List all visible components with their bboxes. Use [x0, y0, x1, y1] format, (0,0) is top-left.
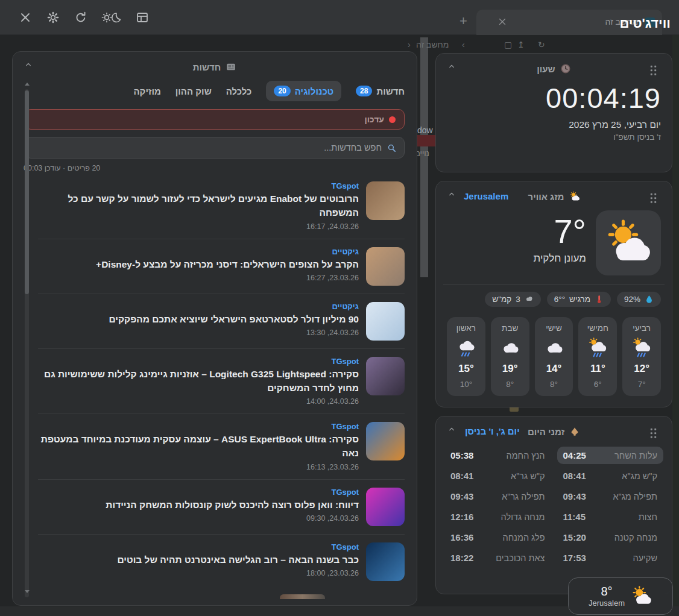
update-button[interactable]: עדכון [25, 109, 405, 130]
news-source[interactable]: גיקטיים [38, 247, 359, 256]
sun-cloud-icon [569, 191, 580, 202]
news-thumbnail [366, 422, 405, 460]
drag-handle-icon[interactable] [649, 192, 657, 204]
zman-label: ק"ש מג"א [622, 471, 657, 481]
mini-weather-text: 8° Jerusalem [589, 585, 625, 608]
weather-pill: מרגיש6°° [547, 292, 611, 307]
zman-entry: שקיעה17:53 [557, 549, 664, 567]
news-item[interactable]: TGspotכבר בשנה הבאה – רוב הגלישה באינטרנ… [38, 535, 405, 589]
news-source[interactable]: גיקטיים [38, 302, 359, 311]
forecast-day-card: חמישי11°6° [578, 317, 617, 396]
news-thumbnail [366, 302, 405, 341]
news-thumbnail [366, 357, 405, 395]
tab-label: שוק ההון [175, 86, 212, 96]
pill-label: מרגיש [569, 295, 590, 304]
weather-condition-card [596, 210, 661, 275]
zman-time: 09:43 [563, 491, 586, 501]
hebrew-date-link[interactable]: יום ג', ו' בניסן [465, 426, 520, 436]
news-title: הרובוטים של Enabot מגיעים לישראל כדי לעז… [38, 192, 359, 220]
zman-label: ק"ש גר"א [511, 471, 545, 481]
clock-hebrew-date: ז' בניסן תשפ"ו [447, 133, 661, 142]
daily-times-widget: זמני היום יום ג', ו' בניסן עלות השחר04:2… [435, 416, 672, 594]
news-source[interactable]: TGspot [38, 357, 359, 366]
pill-label: קמ"ש [492, 295, 511, 304]
news-tab-3[interactable]: שוק ההון [175, 86, 212, 96]
mini-weather-overlay[interactable]: 8° Jerusalem [568, 577, 673, 615]
news-timestamp: 24.03.26, 16:17 [38, 222, 359, 231]
zmanim-row: מנחה קטנה15:20פלג המנחה16:36 [444, 529, 663, 546]
news-thumbnail [366, 488, 405, 526]
collapse-chevron-icon[interactable] [447, 424, 456, 434]
drag-handle-icon[interactable] [649, 427, 657, 439]
weather-pill: 3קמ"ש [485, 292, 540, 307]
collapse-chevron-icon[interactable] [24, 60, 33, 69]
zmanim-row: עלות השחר04:25הנץ החמה05:38 [444, 447, 663, 464]
news-timestamp: 24.03.26, 14:00 [38, 397, 359, 406]
news-scrollbar-thumb[interactable] [25, 90, 29, 294]
new-tab-icon[interactable]: + [460, 13, 467, 29]
collapse-chevron-icon[interactable] [447, 189, 456, 199]
scroll-up-icon[interactable] [25, 83, 30, 86]
news-item[interactable]: TGspotדיווח: וואן פלוס רוצה להיכנס לשוק … [38, 480, 405, 535]
zman-time: 17:53 [563, 553, 586, 563]
weather-detail-pills: 92%מרגיש6°°3קמ"ש [447, 292, 661, 307]
theme-toggle-icon[interactable] [101, 10, 122, 25]
news-tab-1[interactable]: טכנולוגיה20 [266, 81, 341, 101]
mini-location: Jerusalem [589, 599, 625, 608]
clock-widget-title: שעון [447, 62, 661, 74]
partly-cloudy-icon [604, 218, 653, 268]
forecast-high-temp: 15° [458, 363, 474, 375]
news-item[interactable]: גיקטייםהקרב על הצופים הישראלים: דיסני מכ… [38, 239, 405, 294]
tab-badge: 20 [274, 86, 290, 96]
tab-close-icon[interactable] [497, 16, 508, 27]
close-icon[interactable] [18, 10, 33, 25]
thermometer-icon [595, 295, 604, 304]
settings-gear-icon[interactable] [46, 10, 60, 25]
news-tab-2[interactable]: כלכלה [226, 86, 252, 96]
weather-widget-title-label: מזג אוויר [528, 192, 564, 202]
news-item[interactable]: גיקטיים90 מיליון דולר לסטארטאפ הישראלי ש… [38, 294, 405, 349]
tab-badge: 28 [356, 86, 372, 96]
news-item[interactable]: TGspotסקירה: ASUS ExpertBook Ultra – עוצ… [38, 414, 405, 480]
news-source[interactable]: TGspot [38, 488, 359, 497]
news-source[interactable]: TGspot [38, 542, 359, 552]
forecast-day-card: רביעי12°7° [622, 317, 661, 396]
search-input[interactable] [33, 143, 382, 152]
zman-entry: הנץ החמה05:38 [444, 447, 551, 464]
collapse-chevron-icon[interactable] [447, 61, 456, 71]
forecast-day-card: שישי14°8° [535, 317, 573, 396]
news-title: סקירה: Logitech G325 Lightspeed – אוזניו… [38, 367, 359, 395]
sun-cloud-icon [631, 585, 652, 607]
zman-entry: ק"ש מג"א08:41 [557, 467, 664, 485]
news-timestamp: 23.03.26, 16:27 [38, 274, 359, 282]
drag-handle-icon[interactable] [649, 64, 657, 76]
pill-label: 92% [624, 295, 640, 304]
daily-times-title-label: זמני היום [528, 427, 564, 437]
bg-nav-back-icon: ‹ [408, 40, 411, 49]
news-scrollbar-track[interactable] [25, 89, 29, 597]
news-item[interactable]: TGspotהרובוטים של Enabot מגיעים לישראל כ… [38, 174, 405, 239]
zman-entry: פלג המנחה16:36 [444, 529, 551, 546]
forecast-day-card: ראשון15°10° [447, 317, 485, 396]
pill-label: 6°° [554, 295, 565, 304]
pill-label: 3 [516, 295, 520, 304]
news-panel: חדשות חדשות28טכנולוגיה20כלכלהשוק ההוןמוז… [12, 51, 417, 606]
clock-widget: שעון 00:04:19 יום רביעי, 25 מרץ 2026 ז' … [435, 53, 672, 172]
news-title: 90 מיליון דולר לסטארטאפ הישראלי שיוציא א… [38, 312, 359, 326]
zman-label: שקיעה [633, 553, 657, 563]
news-tab-4[interactable]: מוזיקה [133, 86, 160, 96]
forecast-high-temp: 19° [502, 363, 518, 375]
scroll-down-icon[interactable] [25, 590, 30, 593]
refresh-icon[interactable] [74, 10, 88, 25]
news-item[interactable]: TGspotסקירה: Logitech G325 Lightspeed – … [38, 349, 405, 415]
news-source[interactable]: TGspot [38, 181, 359, 190]
layout-icon[interactable] [135, 10, 150, 25]
bg-nav-refresh-icon: ↻ [538, 40, 545, 49]
news-source[interactable]: TGspot [38, 422, 359, 431]
news-tab-0[interactable]: חדשות28 [356, 86, 405, 96]
clock-date: יום רביעי, 25 מרץ 2026 [447, 119, 661, 130]
weather-location-link[interactable]: Jerusalem [464, 191, 508, 201]
zman-time: 05:38 [450, 450, 473, 460]
weather-pill: 92% [617, 292, 661, 307]
tab-label: טכנולוגיה [295, 86, 333, 96]
